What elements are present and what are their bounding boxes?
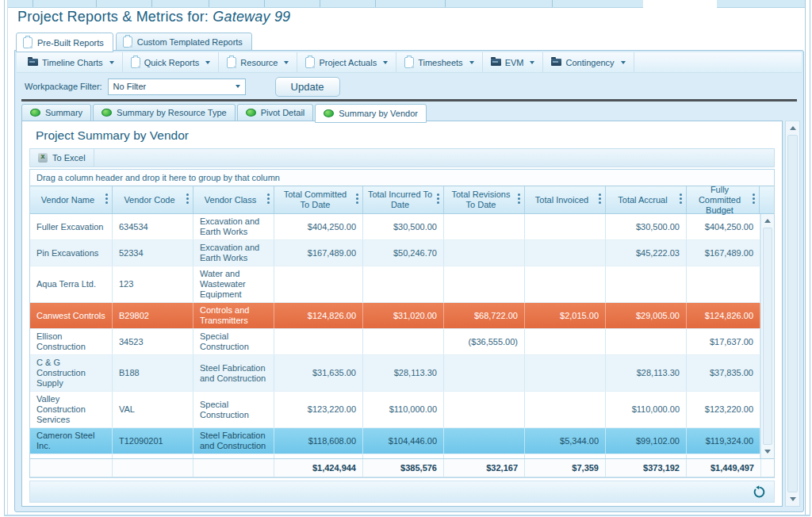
- report-icon: [131, 57, 140, 68]
- workpackage-filter-select[interactable]: No Filter: [108, 79, 246, 95]
- chevron-down-icon: [469, 61, 474, 64]
- column-menu-icon[interactable]: [599, 193, 601, 196]
- chevron-down-icon: [109, 61, 114, 64]
- column-menu-icon[interactable]: [267, 193, 270, 196]
- table-row-fuller-excavation[interactable]: Fuller Excavation634534Excavation and Ea…: [30, 214, 760, 240]
- pre-built-reports-panel: Timeline ChartsQuick ReportsResourceProj…: [14, 50, 804, 512]
- table-row-pin-excavations[interactable]: Pin Excavations52334Excavation and Earth…: [30, 240, 760, 266]
- inner-vertical-scrollbar[interactable]: [760, 214, 774, 458]
- grid-cell: [606, 266, 687, 302]
- grid-cell: $28,113.30: [606, 355, 687, 391]
- grid-cell: B29802: [113, 303, 193, 328]
- tab-summary-by-resource-type[interactable]: Summary by Resource Type: [93, 104, 236, 121]
- vendor-summary-grid: Drag a column header and drop it here to…: [29, 169, 775, 478]
- column-header-fully-committed-budget[interactable]: Fully Committed Budget: [687, 186, 760, 213]
- tab-custom-templated-reports[interactable]: Custom Templated Reports: [116, 33, 252, 51]
- column-menu-icon[interactable]: [753, 193, 755, 196]
- grid-cell: [444, 214, 525, 239]
- grid-cell: Trican Engineering and Construction: [30, 454, 113, 458]
- scroll-down-button[interactable]: [761, 446, 774, 458]
- grid-cell: [525, 392, 606, 427]
- table-row-canwest-controls[interactable]: Canwest ControlsB29802Controls and Trans…: [30, 303, 760, 329]
- table-row-cameron-steel-inc[interactable]: Cameron Steel Inc.T12090201Steel Fabrica…: [30, 428, 760, 454]
- table-row-valley-construction-services[interactable]: Valley Construction ServicesVALSpecial C…: [30, 392, 760, 428]
- table-row-c-g-construction-supply[interactable]: C & G Construction SupplyB188Steel Fabri…: [30, 355, 760, 392]
- grid-cell: [444, 428, 525, 454]
- grid-cell: $404,250.00: [274, 214, 363, 239]
- window-border-right: [805, 0, 810, 515]
- toolbar-button-resource[interactable]: Resource: [219, 52, 297, 72]
- toolbar-button-label: Contingency: [565, 58, 614, 67]
- column-label: Total Incurred To Date: [367, 190, 433, 210]
- column-header-vendor-class[interactable]: Vendor Class: [193, 186, 274, 213]
- grid-cell: $167,489.00: [687, 240, 760, 266]
- tab-label: Summary by Resource Type: [117, 108, 227, 117]
- column-header-vendor-code[interactable]: Vendor Code: [113, 186, 193, 213]
- grid-cell: $118,608.00: [274, 428, 363, 454]
- total-cell: $32,167: [444, 459, 525, 477]
- scroll-up-button[interactable]: [761, 215, 774, 227]
- toolbar-button-timesheets[interactable]: Timesheets: [396, 52, 482, 72]
- scrollbar-thumb[interactable]: [763, 228, 772, 445]
- grid-cell: [444, 240, 525, 266]
- column-header-total-committed-to-date[interactable]: Total Committed To Date: [274, 186, 363, 213]
- column-header-total-incurred-to-date[interactable]: Total Incurred To Date: [363, 186, 444, 213]
- toolbar-button-evm[interactable]: EVM: [483, 52, 544, 72]
- toolbar-button-project-actuals[interactable]: Project Actuals: [297, 52, 396, 72]
- toolbar-button-label: Quick Reports: [144, 58, 200, 67]
- to-excel-button[interactable]: To Excel: [30, 149, 94, 167]
- table-row-aqua-terra-ltd[interactable]: Aqua Terra Ltd.123Water and Wastewater E…: [30, 266, 760, 303]
- grid-cell: Valley Construction Services: [30, 392, 113, 427]
- arrow-up-icon: [790, 126, 796, 130]
- grid-cell: $124,826.00: [274, 303, 363, 328]
- table-row-trican-engineering-and-construction[interactable]: Trican Engineering and Construction34562…: [30, 454, 760, 458]
- column-menu-icon[interactable]: [356, 193, 358, 196]
- report-content-panel: Project Summary by Vendor To Excel Drag …: [21, 121, 783, 507]
- column-header-total-accrual[interactable]: Total Accrual: [606, 186, 687, 213]
- column-label: Total Invoiced: [535, 195, 588, 205]
- column-menu-icon[interactable]: [518, 193, 520, 196]
- column-label: Vendor Class: [205, 195, 256, 205]
- column-menu-icon[interactable]: [186, 193, 189, 196]
- refresh-button[interactable]: [753, 485, 766, 499]
- tab-summary-by-vendor[interactable]: Summary by Vendor: [315, 104, 427, 123]
- grid-cell: $110,000.00: [363, 392, 444, 427]
- grid-cell: [525, 454, 606, 458]
- scroll-up-button[interactable]: [786, 122, 799, 134]
- workpackage-filter-label: Workpackage Filter:: [25, 82, 102, 91]
- toolbar-button-contingency[interactable]: Contingency: [543, 52, 634, 72]
- toolbar-button-label: Timesheets: [418, 58, 462, 67]
- folder-icon: [491, 59, 501, 66]
- toolbar-button-timeline-charts[interactable]: Timeline Charts: [20, 52, 123, 72]
- report-icon: [23, 37, 33, 48]
- scrollbar-thumb[interactable]: [787, 135, 798, 492]
- scroll-down-button[interactable]: [786, 493, 799, 505]
- grid-cell: VAL: [113, 392, 193, 427]
- column-header-total-invoiced[interactable]: Total Invoiced: [525, 186, 606, 213]
- tab-summary[interactable]: Summary: [21, 104, 91, 121]
- grid-cell: $119,324.00: [687, 428, 760, 454]
- column-menu-icon[interactable]: [437, 193, 439, 196]
- total-cell: $1,449,497: [687, 459, 761, 477]
- toolbar-button-label: Timeline Charts: [42, 58, 103, 67]
- grid-cell: $29,005.00: [606, 303, 687, 328]
- outer-vertical-scrollbar[interactable]: [785, 121, 800, 507]
- chevron-down-icon: [284, 61, 289, 64]
- grid-cell: T12090201: [113, 428, 193, 454]
- workpackage-filter-row: Workpackage Filter: No Filter Update: [25, 75, 340, 98]
- grid-cell: Ellison Construction: [30, 329, 113, 354]
- toolbar-button-quick-reports[interactable]: Quick Reports: [123, 52, 220, 72]
- grid-cell: $37,835.00: [687, 355, 760, 391]
- column-header-total-revisions-to-date[interactable]: Total Revisions To Date: [444, 186, 525, 213]
- column-header-vendor-name[interactable]: Vendor Name: [30, 186, 113, 213]
- group-by-drop-zone[interactable]: Drag a column header and drop it here to…: [30, 170, 774, 186]
- tab-pre-built-reports[interactable]: Pre-Built Reports: [16, 33, 113, 52]
- table-row-ellison-construction[interactable]: Ellison Construction34523Special Constru…: [30, 329, 760, 355]
- totals-row: $1,424,944$385,576$32,167$7,359$373,192$…: [30, 459, 774, 477]
- tab-pivot-detail[interactable]: Pivot Detail: [237, 104, 314, 121]
- grid-cell: EPCM: [193, 454, 274, 458]
- column-menu-icon[interactable]: [680, 193, 682, 196]
- grid-cell: [606, 329, 687, 354]
- update-button[interactable]: Update: [275, 77, 340, 97]
- column-menu-icon[interactable]: [105, 193, 108, 196]
